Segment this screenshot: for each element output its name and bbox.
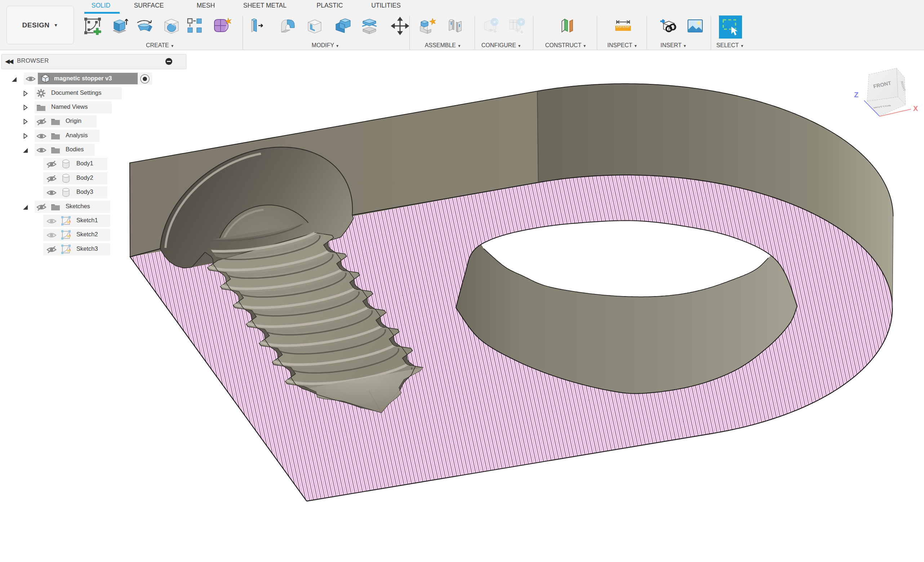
svg-text:Z: Z — [854, 91, 858, 99]
svg-text:X: X — [913, 105, 918, 112]
